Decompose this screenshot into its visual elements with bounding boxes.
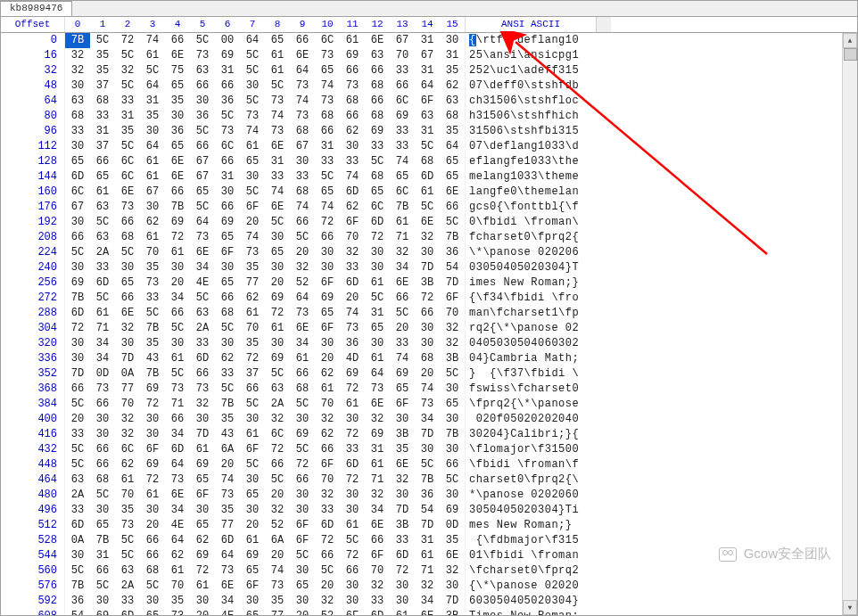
byte[interactable]: 65: [240, 154, 265, 169]
byte[interactable]: 74: [315, 78, 340, 94]
byte[interactable]: 68: [415, 154, 440, 169]
byte[interactable]: 6C: [390, 185, 415, 200]
byte[interactable]: 34: [165, 427, 190, 442]
byte[interactable]: 74: [390, 154, 415, 169]
byte[interactable]: 6C: [265, 427, 290, 442]
byte[interactable]: 72: [265, 442, 290, 457]
byte[interactable]: 32: [190, 397, 215, 412]
byte[interactable]: 61: [140, 48, 165, 63]
byte[interactable]: 68: [440, 109, 465, 124]
byte[interactable]: 65: [315, 185, 340, 200]
byte[interactable]: 32: [265, 412, 290, 427]
byte[interactable]: 5C: [65, 457, 90, 472]
byte[interactable]: 32: [65, 63, 90, 78]
byte[interactable]: 36: [340, 336, 365, 351]
byte[interactable]: 7B: [390, 200, 415, 215]
byte[interactable]: 35: [115, 503, 140, 518]
byte[interactable]: 5C: [265, 472, 290, 488]
byte[interactable]: 30: [240, 503, 265, 518]
byte[interactable]: 6F: [340, 609, 365, 615]
byte[interactable]: 61: [90, 306, 115, 321]
byte[interactable]: 33: [190, 336, 215, 351]
byte[interactable]: 62: [190, 533, 215, 548]
byte[interactable]: 72: [340, 382, 365, 397]
byte[interactable]: 5C: [415, 457, 440, 472]
byte[interactable]: 66: [365, 533, 390, 548]
byte[interactable]: 30: [415, 321, 440, 336]
byte[interactable]: 69: [390, 366, 415, 382]
byte[interactable]: 66: [65, 230, 90, 245]
byte[interactable]: 67: [290, 139, 315, 154]
byte[interactable]: 33: [390, 533, 415, 548]
byte[interactable]: 66: [65, 382, 90, 397]
hex-bytes[interactable]: 3235325C7563315C6164656666333135: [65, 63, 466, 78]
byte[interactable]: 36: [440, 245, 465, 260]
byte[interactable]: 66: [90, 442, 115, 457]
byte[interactable]: 64: [415, 78, 440, 94]
byte[interactable]: 69: [265, 291, 290, 306]
byte[interactable]: 33: [65, 503, 90, 518]
byte[interactable]: 30: [65, 336, 90, 351]
byte[interactable]: 33: [365, 594, 390, 609]
byte[interactable]: 73: [90, 382, 115, 397]
byte[interactable]: 68: [365, 169, 390, 185]
byte[interactable]: 70: [440, 306, 465, 321]
byte[interactable]: 30: [340, 412, 365, 427]
byte[interactable]: 31: [215, 169, 240, 185]
hex-row[interactable]: 496333035303430353032303330347D546930504…: [1, 503, 842, 518]
byte[interactable]: 6F: [240, 579, 265, 594]
byte[interactable]: 2A: [65, 488, 90, 503]
byte[interactable]: 62: [315, 366, 340, 382]
byte[interactable]: 35: [140, 109, 165, 124]
byte[interactable]: 32: [415, 579, 440, 594]
byte[interactable]: 64: [140, 78, 165, 94]
hex-bytes[interactable]: 6663686172736574305C66707271327B: [65, 230, 466, 245]
byte[interactable]: 52: [290, 275, 315, 291]
hex-bytes[interactable]: 6D616E5C6663686172736574315C6670: [65, 306, 466, 321]
byte[interactable]: 66: [365, 94, 390, 109]
file-tab[interactable]: kb8989476: [1, 1, 72, 16]
byte[interactable]: 66: [290, 472, 315, 488]
byte[interactable]: 66: [90, 397, 115, 412]
ascii-cell[interactable]: } {\f37\fbidi \: [466, 366, 599, 382]
byte[interactable]: 63: [415, 109, 440, 124]
hex-bytes[interactable]: 676373307B5C666F6E7474626C7B5C66: [65, 200, 466, 215]
byte[interactable]: 71: [390, 230, 415, 245]
byte[interactable]: 6D: [315, 518, 340, 533]
byte[interactable]: 5C: [115, 548, 140, 563]
byte[interactable]: 30: [240, 412, 265, 427]
byte[interactable]: 34: [290, 336, 315, 351]
byte[interactable]: 73: [140, 275, 165, 291]
hex-row[interactable]: 33630347D43616D62726961204D6174683B04}Ca…: [1, 351, 842, 366]
byte[interactable]: 5C: [290, 230, 315, 245]
ascii-cell[interactable]: fswiss\fcharset0: [466, 382, 599, 397]
byte[interactable]: 61: [140, 230, 165, 245]
byte[interactable]: 32: [390, 472, 415, 488]
byte[interactable]: 7B: [65, 33, 90, 48]
byte[interactable]: 66: [215, 78, 240, 94]
hex-row[interactable]: 41633303230347D43616C696272693B7D7B30204…: [1, 427, 842, 442]
byte[interactable]: 32: [315, 488, 340, 503]
byte[interactable]: 72: [115, 33, 140, 48]
hex-bytes[interactable]: 0A7B5C6664626D616A6F725C66333135: [65, 533, 466, 548]
byte[interactable]: 6E: [165, 169, 190, 185]
byte[interactable]: 66: [140, 548, 165, 563]
byte[interactable]: 68: [140, 563, 165, 579]
byte[interactable]: 33: [340, 260, 365, 275]
hex-row[interactable]: 5126D6573204E657720526F6D616E3B7D0Dmes N…: [1, 518, 842, 533]
byte[interactable]: 65: [115, 275, 140, 291]
byte[interactable]: 7B: [440, 427, 465, 442]
byte[interactable]: 20: [215, 457, 240, 472]
hex-bytes[interactable]: 696D6573204E657720526F6D616E3B7D: [65, 275, 466, 291]
hex-bytes[interactable]: 30343035303330353034303630333032: [65, 336, 466, 351]
hex-bytes[interactable]: 3630333035303430353032303330347D: [65, 594, 466, 609]
byte[interactable]: 63: [265, 382, 290, 397]
byte[interactable]: 33: [115, 94, 140, 109]
hex-row[interactable]: 60854696D6573204E657720526F6D616E3BTimes…: [1, 609, 842, 615]
byte[interactable]: 65: [240, 488, 265, 503]
byte[interactable]: 73: [115, 200, 140, 215]
byte[interactable]: 6F: [365, 548, 390, 563]
byte[interactable]: 74: [390, 351, 415, 366]
byte[interactable]: 66: [165, 185, 190, 200]
hex-bytes[interactable]: 7B5C2A5C70616E6F7365203032303230: [65, 579, 466, 594]
